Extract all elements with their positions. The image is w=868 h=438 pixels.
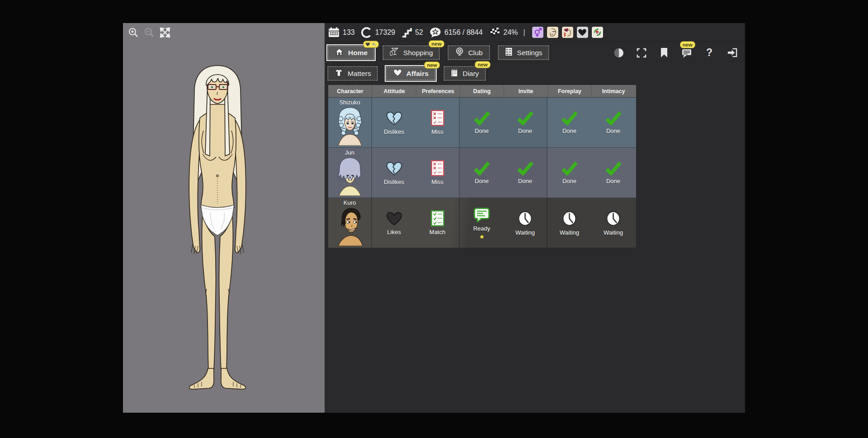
help-icon[interactable]: ?	[703, 47, 715, 59]
foreplay-cell: Done	[547, 148, 591, 198]
help-glyph: ?	[706, 47, 712, 59]
character-name: Jun	[345, 148, 354, 156]
stat-reputation-value: 6156 / 8844	[444, 28, 483, 37]
fit-screen-icon[interactable]	[159, 27, 171, 38]
currency-c-icon	[361, 27, 372, 38]
fullscreen-icon[interactable]	[636, 47, 647, 59]
zoom-in-icon[interactable]	[127, 27, 139, 38]
stat-day-value: 133	[343, 28, 355, 37]
viewer-toolbar	[127, 27, 171, 38]
tab-settings[interactable]: Settings	[497, 44, 550, 61]
dating-label: Done	[475, 178, 489, 184]
broken-heart-icon	[385, 160, 403, 176]
tab-matters[interactable]: Matters	[326, 65, 379, 82]
webcam-icon	[455, 47, 464, 58]
tab-diary[interactable]: Diary new	[443, 65, 487, 82]
character-cell[interactable]: Shizuko	[328, 98, 372, 147]
medicine-icon[interactable]	[591, 26, 604, 38]
tab-shopping[interactable]: Shopping new	[382, 44, 441, 61]
dating-cell[interactable]: Ready	[460, 198, 504, 248]
logout-icon[interactable]	[726, 47, 738, 59]
invite-cell: Done	[504, 98, 547, 147]
new-badge: new	[475, 61, 490, 68]
app-window: 133 17329 52 6156 / 8844	[0, 0, 868, 438]
preferences-label: Miss	[431, 128, 443, 135]
check-icon	[561, 161, 579, 175]
status-separator: |	[524, 28, 525, 37]
face-glasses-icon[interactable]	[547, 26, 559, 38]
heart-icon[interactable]	[576, 26, 589, 38]
foreplay-cell: Done	[547, 98, 591, 147]
quick-slot-buttons	[532, 26, 604, 38]
portrait-kuro[interactable]	[334, 206, 366, 246]
preferences-cell: Miss	[416, 98, 460, 147]
messages-new-badge: new	[680, 41, 695, 48]
invite-cell: Done	[504, 148, 547, 198]
stat-level: 52	[401, 27, 423, 38]
stat-completion-value: 24%	[504, 28, 518, 37]
intimacy-cell: Waiting	[591, 198, 635, 248]
stat-currency: 17329	[361, 27, 396, 38]
character-viewer	[123, 23, 325, 413]
stat-level-value: 52	[415, 28, 423, 37]
check-icon	[561, 111, 579, 125]
main-panel: 133 17329 52 6156 / 8844	[325, 23, 745, 413]
tab-affairs[interactable]: Affairs new	[385, 65, 437, 82]
preferences-label: Miss	[431, 179, 443, 185]
home-status-badge	[363, 41, 379, 48]
tshirt-icon	[334, 68, 344, 79]
col-character: Character	[328, 85, 372, 97]
check-icon	[604, 161, 623, 175]
broken-heart-icon	[385, 110, 403, 126]
ready-indicator-dot	[480, 235, 484, 239]
messages-icon[interactable]: new	[681, 47, 693, 59]
check-icon	[473, 161, 491, 175]
foreplay-label: Waiting	[560, 229, 579, 236]
bookmark-icon[interactable]	[658, 47, 670, 59]
heart-icon	[393, 68, 402, 79]
invite-label: Done	[518, 127, 532, 134]
tab-club[interactable]: Club	[447, 44, 491, 61]
col-dating: Dating	[460, 85, 504, 97]
makeover-icon[interactable]	[561, 26, 574, 38]
attitude-cell: Dislikes	[372, 98, 416, 147]
table-header: Character Attitude Preferences Dating In…	[328, 85, 636, 98]
col-preferences: Preferences	[416, 85, 460, 97]
character-cell[interactable]: Kuro	[328, 198, 372, 248]
preferences-label: Match	[429, 229, 445, 235]
col-intimacy: Intimacy	[591, 85, 635, 97]
notebook-icon	[450, 68, 458, 79]
tab-shopping-label: Shopping	[403, 49, 433, 57]
attitude-label: Dislikes	[384, 179, 404, 185]
stat-completion: 24%	[489, 27, 518, 38]
character-name: Kuro	[344, 198, 356, 206]
new-badge: new	[424, 61, 439, 69]
foreplay-cell: Waiting	[547, 198, 591, 248]
preferences-cell: Match	[416, 198, 460, 248]
invite-label: Done	[518, 178, 532, 184]
calendar-icon	[328, 27, 340, 38]
gender-symbol-icon[interactable]	[532, 26, 544, 38]
player-character-figure[interactable]	[165, 63, 271, 402]
zoom-out-icon[interactable]	[143, 27, 155, 38]
portrait-shizuko[interactable]	[334, 106, 366, 146]
character-cell[interactable]: Jun	[328, 148, 372, 198]
main-tab-row: Home Shopping new	[325, 44, 745, 61]
tab-matters-label: Matters	[348, 70, 371, 78]
miss-checklist-icon	[431, 110, 444, 126]
table-row-kuro: Kuro Likes	[328, 198, 636, 248]
attitude-cell: Likes	[372, 198, 416, 248]
miss-checklist-icon	[431, 160, 444, 176]
dating-label: Done	[475, 127, 489, 134]
tab-diary-label: Diary	[462, 70, 479, 78]
stairs-icon	[401, 27, 412, 38]
attitude-label: Dislikes	[384, 128, 404, 135]
attitude-cell: Dislikes	[372, 148, 416, 198]
portrait-jun[interactable]	[334, 156, 366, 196]
contrast-icon[interactable]	[613, 47, 625, 59]
tab-home[interactable]: Home	[326, 44, 376, 61]
intimacy-label: Done	[606, 178, 620, 184]
dating-label: Ready	[473, 225, 491, 232]
foreplay-label: Done	[562, 178, 576, 184]
col-attitude: Attitude	[372, 85, 416, 97]
